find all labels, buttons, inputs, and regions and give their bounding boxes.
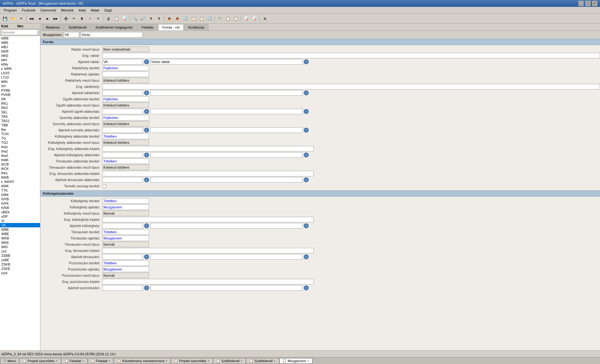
input-szemely-alabontas-mezo[interactable] xyxy=(102,121,149,127)
tab-altalanos[interactable]: Általános xyxy=(42,24,64,30)
close-small-icon[interactable]: ✕ xyxy=(56,359,58,362)
toolbar-down[interactable]: ⬇ xyxy=(155,15,163,22)
input-eng-tema2-keplet[interactable] xyxy=(102,248,314,253)
list-item[interactable]: ZSKB xyxy=(0,262,40,266)
toolbar-first[interactable]: ◀◀ xyxy=(28,15,35,22)
list-item[interactable]: ktKI xyxy=(0,58,40,62)
list-item[interactable]: tha3 xyxy=(0,153,40,158)
input-eng-koltseg2-keplet[interactable] xyxy=(102,217,314,222)
input-szemely-alabontas-bevitel[interactable] xyxy=(102,115,149,121)
toolbar-zoom[interactable]: 🔎 xyxy=(139,15,147,22)
toolbar-cancel[interactable]: ✕ xyxy=(94,15,102,22)
list-item[interactable]: WKE xyxy=(0,240,40,245)
taskbar-proj-szerz2[interactable]: 📋 Projekt szerződés ✕ xyxy=(171,358,212,364)
list-item[interactable]: RK2 xyxy=(0,106,40,110)
toolbar-add[interactable]: ➕ xyxy=(62,15,70,22)
input-eng-raktar[interactable] xyxy=(102,53,600,58)
list-item[interactable]: ktBE xyxy=(0,40,40,45)
info-icon-koltseg2[interactable]: i xyxy=(304,152,309,157)
list-item[interactable]: thk1 xyxy=(0,171,40,175)
input-ajanlott-koltseg2[interactable] xyxy=(150,152,302,158)
input-ajanlott-pozicio1[interactable] xyxy=(102,285,143,291)
list-item[interactable]: ktBJ xyxy=(0,45,40,49)
input-ajanlott-tema2a[interactable] xyxy=(102,254,143,260)
info-icon-koltseg2a[interactable]: i xyxy=(144,223,149,228)
list-item[interactable]: ktBB xyxy=(0,36,40,40)
list-item[interactable]: thRK xyxy=(0,184,40,188)
menu-funkciok[interactable]: Funkciók xyxy=(19,8,38,13)
menu-adat[interactable]: Adat xyxy=(76,8,88,13)
info-icon-ajanlott-raktar2[interactable]: i xyxy=(304,59,309,64)
list-item[interactable]: vDP xyxy=(0,214,40,219)
list-item[interactable]: NY xyxy=(0,84,40,88)
taskbar-feladat1[interactable]: 📋 Feladat ✕ xyxy=(61,358,87,364)
input-eng-raktarhely[interactable] xyxy=(102,84,600,89)
taskbar-szallito1[interactable]: 📋 Szállítólevél ✕ xyxy=(213,358,246,364)
tab-korlatozas[interactable]: Korlátozás xyxy=(184,24,208,30)
input-pozicio-bevitel[interactable] xyxy=(102,260,149,266)
close-small-icon7[interactable]: ✕ xyxy=(274,359,276,362)
close-small-icon8[interactable]: ✕ xyxy=(307,359,310,362)
list-item[interactable]: TCKi xyxy=(0,132,40,136)
toolbar-edit[interactable]: ✏ xyxy=(70,15,78,22)
taskbar-szallito2[interactable]: 📋 Szállítólevél ✕ xyxy=(246,358,279,364)
toolbar-search[interactable]: 🔍 xyxy=(131,15,139,22)
input-tema-alabontas-mezo[interactable] xyxy=(102,165,149,170)
tab-feladas[interactable]: Feladás xyxy=(137,24,157,30)
tab-szallitolevel-megj[interactable]: Szállítólevél megjegyzés xyxy=(91,24,137,30)
list-item[interactable]: tbe xyxy=(0,127,40,132)
taskbar-proj-szerz1[interactable]: 📋 Projekt szerződés ✕ xyxy=(20,358,61,364)
list-item[interactable]: tVKB xyxy=(0,206,40,210)
toolbar-export[interactable]: 📊 xyxy=(121,15,128,22)
input-ajanlott-szemely2[interactable] xyxy=(150,127,302,133)
list-item[interactable]: WKI xyxy=(0,245,40,249)
menu-muveleti[interactable]: Műveleti xyxy=(58,8,76,13)
list-item[interactable]: MIN xyxy=(0,80,40,84)
input-tema-bevitel[interactable] xyxy=(102,229,149,235)
close-small-icon4[interactable]: ✕ xyxy=(165,359,168,362)
mozgasnem-name[interactable] xyxy=(80,32,143,38)
list-item[interactable]: tha2 xyxy=(0,149,40,153)
list-item[interactable]: thCB xyxy=(0,162,40,166)
minimize-button[interactable]: _ xyxy=(578,1,584,6)
input-tema-alabontas-bevitel[interactable] xyxy=(102,158,149,164)
list-item[interactable]: TBB xyxy=(0,123,40,127)
toolbar-print[interactable]: 🖨 xyxy=(105,15,112,22)
search-input[interactable] xyxy=(1,30,38,35)
info-icon-ugyfel2[interactable]: i xyxy=(304,109,309,114)
input-eng-pozicio-keplet[interactable] xyxy=(102,279,314,284)
list-item[interactable]: zsrk xyxy=(0,271,40,275)
maximize-button[interactable]: □ xyxy=(585,1,591,6)
close-button[interactable]: ✕ xyxy=(592,1,598,6)
input-raktarhely-ajanloas[interactable] xyxy=(102,71,149,77)
close-small-icon5[interactable]: ✕ xyxy=(207,359,210,362)
list-item[interactable]: ktKE xyxy=(0,53,40,58)
toolbar-import[interactable]: 📤 xyxy=(166,15,173,22)
info-icon-pozicio2[interactable]: i xyxy=(304,285,309,290)
input-pozicio-ajanloas[interactable] xyxy=(102,266,149,272)
toolbar-new[interactable]: 💾 xyxy=(1,15,9,22)
taskbar-feladat2[interactable]: 📋 Feladat ✕ xyxy=(88,358,114,364)
toolbar-copy[interactable]: 📋 xyxy=(113,15,120,22)
list-item[interactable]: PVBE xyxy=(0,88,40,93)
toolbar-chart1[interactable]: 📊 xyxy=(243,15,250,22)
input-raktarhely-mezo-tipus[interactable] xyxy=(102,78,149,83)
input-koltseg-mezo-tipus[interactable] xyxy=(102,211,149,216)
list-item[interactable]: PVKB xyxy=(0,93,40,97)
toolbar-confirm[interactable]: ✓ xyxy=(86,15,94,22)
close-small-icon2[interactable]: ✕ xyxy=(82,359,84,362)
info-icon-koltseg2b[interactable]: i xyxy=(304,223,309,228)
list-item[interactable]: TAS xyxy=(0,114,40,119)
info-icon-tema1[interactable]: i xyxy=(144,177,149,182)
close-small-icon3[interactable]: ✕ xyxy=(108,359,111,362)
mozgasnem-code[interactable] xyxy=(64,32,79,38)
close-small-icon6[interactable]: ✕ xyxy=(240,359,243,362)
input-ajanlott-raktar-code[interactable] xyxy=(102,59,143,65)
list-item[interactable]: zs2 xyxy=(0,249,40,253)
input-tema-ajanloas[interactable] xyxy=(102,235,149,241)
list-item[interactable]: zsBÉ xyxy=(0,258,40,262)
list-item[interactable]: TG2 xyxy=(0,140,40,145)
menu-sugo[interactable]: Súgó xyxy=(102,8,115,13)
checkbox-termek-csomag[interactable] xyxy=(102,184,107,188)
taskbar-kovtelm[interactable]: 📋 Követelmény menedzsment ✕ xyxy=(114,358,170,364)
